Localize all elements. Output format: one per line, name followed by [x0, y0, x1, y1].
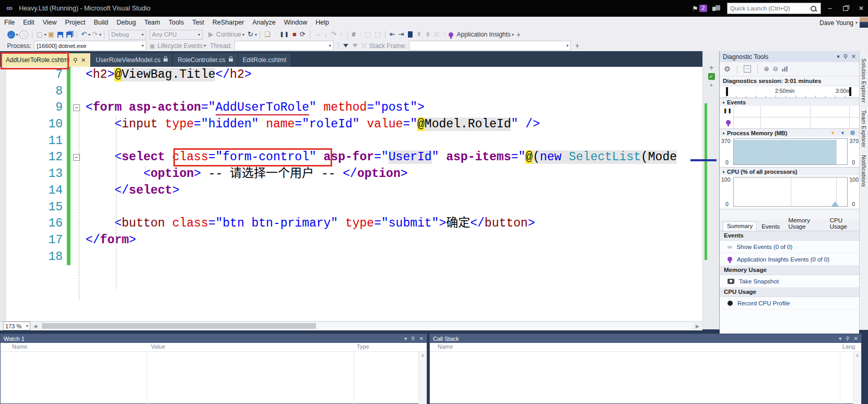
- scroll-up-icon[interactable]: ▲: [703, 82, 720, 87]
- settings-gear-icon[interactable]: ⚙: [724, 65, 731, 73]
- code-line[interactable]: 9–<form asp-action="AddUserToRole" metho…: [0, 100, 702, 116]
- watch-column-headers[interactable]: Name Value Type: [1, 343, 427, 352]
- tab-editrole.cshtml[interactable]: EditRole.cshtml: [238, 53, 291, 67]
- lifecycle-events-button[interactable]: Lifecycle Events: [158, 42, 203, 50]
- highlight-button[interactable]: ⬚: [365, 29, 371, 40]
- timeline-range-end-handle[interactable]: [849, 87, 851, 96]
- timeline-range-start-handle[interactable]: [726, 87, 728, 96]
- code-line[interactable]: 17</form>: [0, 232, 702, 249]
- code-text[interactable]: <form asp-action="AddUserToRole" method=…: [86, 100, 425, 116]
- code-text[interactable]: </form>: [86, 232, 136, 249]
- restart-button[interactable]: ↻: [248, 29, 253, 40]
- new-file-button[interactable]: ▢: [37, 29, 43, 40]
- application-insights-events-link[interactable]: Application Insights Events (0 of 0): [720, 253, 859, 266]
- menu-tools[interactable]: Tools: [165, 17, 188, 29]
- code-line[interactable]: 7<h2>@ViewBag.Title</h2>: [0, 67, 702, 84]
- scroll-right-icon[interactable]: ▶: [696, 324, 699, 329]
- export-icon[interactable]: [744, 65, 751, 73]
- tab-notifications[interactable]: Notifications: [861, 155, 867, 187]
- code-line[interactable]: 14 </select>: [0, 183, 702, 199]
- navigate-forward-button[interactable]: →: [19, 30, 28, 39]
- code-area[interactable]: 7<h2>@ViewBag.Title</h2>89–<form asp-act…: [0, 67, 702, 265]
- tab-team-explorer[interactable]: Team Explorer: [861, 110, 867, 148]
- call-stack-scrollbar[interactable]: ▲: [853, 352, 861, 404]
- menu-resharper[interactable]: ReSharper: [208, 17, 248, 29]
- continue-button[interactable]: Continue: [216, 31, 241, 38]
- step-over-button[interactable]: ↷: [331, 29, 336, 40]
- frame-button[interactable]: ⬚: [374, 29, 381, 40]
- pin-icon[interactable]: ⚲: [843, 53, 848, 60]
- menu-file[interactable]: File: [0, 17, 19, 29]
- code-line[interactable]: 11: [0, 133, 702, 150]
- lifecycle-events-icon[interactable]: ▣: [149, 41, 155, 51]
- diagnostic-tools-titlebar[interactable]: Diagnostic Tools ▾ ⚲ ✕: [720, 51, 859, 62]
- call-stack-titlebar[interactable]: Call Stack ▾ ⚲ ✕: [430, 334, 861, 343]
- diagnostics-tab-events[interactable]: Events: [758, 222, 783, 231]
- stop-debugging-button[interactable]: ■: [292, 29, 297, 40]
- step-into-button[interactable]: ↓: [324, 29, 328, 40]
- code-text[interactable]: <button class="btn btn-primary" type="su…: [86, 216, 535, 232]
- lifecycle-events-dropdown-icon[interactable]: ▾: [204, 43, 206, 48]
- diagnostics-tab-memory-usage[interactable]: Memory Usage: [784, 216, 825, 231]
- watch-titlebar[interactable]: Watch 1 ▾ ⚲ ✕: [1, 334, 427, 343]
- take-snapshot-link[interactable]: Take Snapshot: [720, 275, 859, 288]
- feedback-icon[interactable]: [712, 5, 721, 11]
- scroll-left-icon[interactable]: ◀: [33, 324, 37, 329]
- toolbar-grip[interactable]: ⁞: [3, 32, 4, 37]
- indent-decrease-button[interactable]: ⇤: [390, 29, 395, 40]
- menu-help[interactable]: Help: [311, 17, 333, 29]
- code-line[interactable]: 8: [0, 84, 702, 100]
- cpu-section-header[interactable]: ▲ CPU (% of all processors): [720, 168, 859, 175]
- menu-edit[interactable]: Edit: [19, 17, 39, 29]
- watch-scrollbar[interactable]: ▲: [418, 352, 427, 404]
- toolbar-grip[interactable]: ⁞: [444, 32, 445, 37]
- code-line[interactable]: 10 <input type="hidden" name="roleId" va…: [0, 116, 702, 133]
- user-avatar[interactable]: [860, 17, 868, 28]
- editor-zoom-dropdown[interactable]: 173 % ▾: [3, 322, 30, 330]
- tab-userroleviewmodel.cs[interactable]: UserRoleViewModel.cs: [91, 53, 173, 67]
- show-next-statement-button[interactable]: →: [314, 29, 321, 40]
- close-button[interactable]: ✕: [854, 0, 868, 17]
- record-cpu-profile-link[interactable]: Record CPU Profile: [720, 297, 859, 310]
- call-stack-column-headers[interactable]: Name Lang: [430, 343, 861, 352]
- menu-team[interactable]: Team: [140, 17, 165, 29]
- application-insights-button[interactable]: Application Insights: [456, 31, 510, 38]
- code-line[interactable]: 15: [0, 199, 702, 216]
- redo-dropdown-icon[interactable]: ▾: [99, 32, 101, 37]
- undo-button[interactable]: ↶: [81, 29, 87, 40]
- memory-section-header[interactable]: ▲ Process Memory (MB) ▼ ▼: [720, 129, 859, 137]
- code-editor[interactable]: 7<h2>@ViewBag.Title</h2>89–<form asp-act…: [0, 67, 702, 321]
- pin-icon[interactable]: ⚲: [846, 336, 849, 341]
- stack-frame-dropdown[interactable]: ▾: [409, 41, 571, 51]
- navigate-back-button[interactable]: ←: [7, 31, 15, 39]
- menu-window[interactable]: Window: [280, 17, 311, 29]
- menu-test[interactable]: Test: [188, 17, 208, 29]
- close-icon[interactable]: ✕: [81, 57, 86, 64]
- diagnostics-timeline[interactable]: 2:50min 3:00mi: [720, 86, 859, 98]
- toolbar-overflow-icon[interactable]: ╪: [517, 32, 520, 37]
- minimize-button[interactable]: –: [823, 0, 837, 17]
- zoom-out-icon[interactable]: ⊖: [773, 65, 778, 73]
- toolbar-grip[interactable]: ⁞: [360, 32, 361, 37]
- step-out-button[interactable]: ↑: [339, 29, 343, 40]
- editor-vertical-scrollbar[interactable]: ÷ ✓ ▲: [702, 51, 720, 329]
- quick-launch-input[interactable]: Quick Launch (Ctrl+Q): [727, 3, 821, 14]
- menu-debug[interactable]: Debug: [112, 17, 140, 29]
- continue-play-icon[interactable]: ▶: [208, 29, 214, 40]
- window-position-icon[interactable]: ▾: [404, 336, 407, 341]
- collapse-region-icon[interactable]: –: [73, 104, 80, 111]
- code-text[interactable]: <h2>@ViewBag.Title</h2>: [86, 67, 252, 84]
- call-stack-body[interactable]: ▲: [430, 352, 861, 404]
- restore-button[interactable]: [839, 0, 852, 17]
- restart-dropdown-icon[interactable]: ▾: [255, 32, 257, 37]
- code-line[interactable]: 18: [0, 249, 702, 266]
- solution-platform-dropdown[interactable]: Any CPU▾: [149, 30, 203, 40]
- code-text[interactable]: <option> -- 请选择一个用户 -- </option>: [86, 166, 408, 183]
- code-text[interactable]: <input type="hidden" name="roleId" value…: [86, 116, 540, 133]
- filter-icon[interactable]: [343, 44, 348, 47]
- toolbar-overflow-icon[interactable]: ╪: [576, 43, 579, 48]
- redo-button[interactable]: ↷: [92, 29, 98, 40]
- horizontal-scrollbar-thumb[interactable]: [42, 323, 316, 329]
- continue-dropdown-icon[interactable]: ▾: [242, 32, 244, 37]
- close-icon[interactable]: ✕: [419, 336, 424, 341]
